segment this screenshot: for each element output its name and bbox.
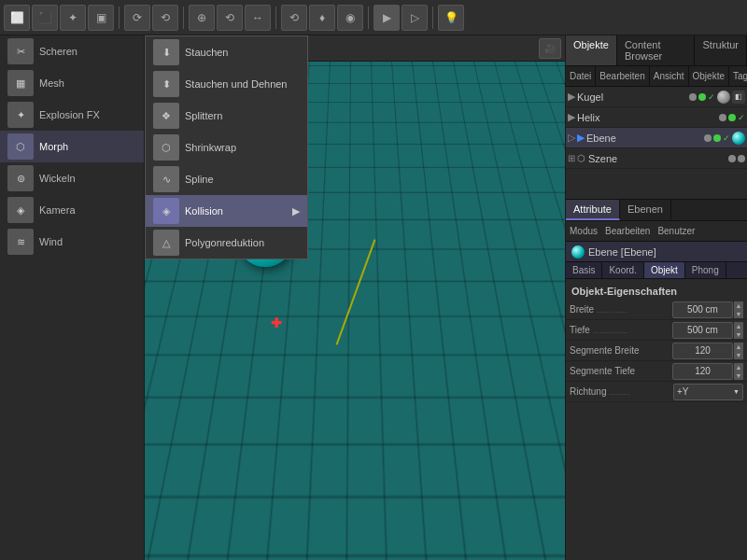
toolbar-btn-4[interactable]: ▣	[88, 5, 114, 31]
prop-arrow-up-tiefe[interactable]: ▲	[734, 322, 743, 330]
richtung-value: +Y	[677, 386, 689, 397]
tab-objekte[interactable]: Objekte	[566, 35, 617, 65]
prop-arrow-up-seg-breite[interactable]: ▲	[734, 343, 743, 351]
sidebar-item-scheren[interactable]: ✂ Scheren	[0, 35, 144, 67]
dd-item-shrinkwrap[interactable]: ⬡ Shrinkwrap	[146, 132, 307, 163]
prop-arrow-up-breite[interactable]: ▲	[734, 301, 743, 310]
prop-row-seg-breite: Segmente Breite 120 ▲ ▼	[566, 341, 747, 361]
sidebar-item-morph[interactable]: ⬡ Morph	[0, 131, 144, 162]
prop-arrow-up-seg-tiefe[interactable]: ▲	[734, 363, 743, 371]
toolbar-btn-light[interactable]: 💡	[438, 5, 464, 31]
attr-modus-btn[interactable]: Modus	[570, 226, 598, 236]
wind-icon: ≋	[7, 229, 34, 255]
sidebar-item-explosion[interactable]: ✦ Explosion FX	[0, 99, 144, 131]
prop-row-tiefe: Tiefe ............... 500 cm ▲ ▼	[566, 320, 747, 341]
szene-name: Szene	[588, 153, 728, 164]
sidebar-item-label-kamera: Kamera	[39, 204, 76, 216]
toolbar-btn-3[interactable]: ✦	[60, 5, 86, 31]
main-toolbar: ⬜ ⬛ ✦ ▣ ⟳ ⟲ ⊕ ⟲ ↔ ⟲ ♦ ◉ ▶ ▷ 💡	[0, 0, 747, 35]
prop-arrow-down-seg-breite[interactable]: ▼	[734, 351, 743, 359]
dropdown-menu: ⬇ Stauchen ⬍ Stauchen und Dehnen ❖ Split…	[145, 35, 308, 259]
attr-bearbeiten-btn[interactable]: Bearbeiten	[605, 226, 650, 236]
prop-input-tiefe[interactable]: 500 cm	[672, 322, 733, 339]
helix-dot2	[728, 114, 736, 121]
szene-dot2	[738, 155, 745, 162]
left-panel: ✂ Scheren ▦ Mesh ✦ Explosion FX ⬡ Morph …	[0, 35, 145, 560]
prop-label-tiefe: Tiefe ...............	[570, 325, 672, 335]
toolbar-btn-render2[interactable]: ▷	[402, 5, 428, 31]
scheren-icon: ✂	[7, 38, 34, 64]
ebene-name: Ebene	[586, 133, 704, 144]
prop-select-richtung[interactable]: +Y ▼	[673, 384, 743, 400]
dd-item-polygonreduktion[interactable]: △ Polygonreduktion	[146, 227, 307, 259]
kugel-icons: ✓ ◧	[689, 91, 745, 104]
obj-header-bearbeiten[interactable]: Bearbeiten	[596, 66, 649, 86]
sub-tab-phong[interactable]: Phong	[685, 262, 726, 278]
sidebar-item-mesh[interactable]: ▦ Mesh	[0, 67, 144, 99]
dd-item-kollision[interactable]: ◈ Kollision ▶	[146, 195, 307, 227]
sidebar-item-wind[interactable]: ≋ Wind	[0, 226, 144, 258]
sub-tab-koord[interactable]: Koord.	[602, 262, 643, 278]
obj-header-objekte[interactable]: Objekte	[689, 66, 729, 86]
sub-tabs: Basis Koord. Objekt Phong	[566, 262, 747, 279]
vp-btn-cam[interactable]: 🎥	[539, 38, 561, 59]
obj-header-tags[interactable]: Tags	[729, 66, 747, 86]
sub-tab-objekt[interactable]: Objekt	[644, 262, 685, 278]
dd-item-label-spline: Spline	[185, 174, 214, 185]
obj-header-datei[interactable]: Datei	[566, 66, 596, 86]
prop-arrows-tiefe: ▲ ▼	[734, 322, 743, 339]
obj-row-ebene[interactable]: ▷ ▶ Ebene ✓	[566, 128, 747, 148]
attr-obj-label: Ebene [Ebene]	[588, 246, 656, 258]
helix-icons: ✓	[719, 113, 745, 122]
sidebar-item-kamera[interactable]: ◈ Kamera	[0, 194, 144, 226]
toolbar-btn-11[interactable]: ♦	[309, 5, 335, 31]
toolbar-btn-render[interactable]: ▶	[374, 5, 400, 31]
toolbar-btn-12[interactable]: ◉	[337, 5, 363, 31]
prop-arrow-down-breite[interactable]: ▼	[734, 310, 743, 318]
szene-expand: ⊞	[568, 153, 575, 163]
kugel-check: ✓	[708, 92, 715, 102]
stauchen-dehnen-icon: ⬍	[153, 71, 179, 97]
toolbar-btn-9[interactable]: ↔	[245, 5, 271, 31]
kollision-icon: ◈	[153, 198, 179, 224]
dd-item-stauchen[interactable]: ⬇ Stauchen	[146, 36, 307, 68]
dd-item-stauchen-dehnen[interactable]: ⬍ Stauchen und Dehnen	[146, 68, 307, 100]
ebene-dot1	[704, 134, 712, 142]
toolbar-btn-2[interactable]: ⬛	[32, 5, 58, 31]
toolbar-btn-5[interactable]: ⟳	[124, 5, 150, 31]
toolbar-btn-1[interactable]: ⬜	[4, 5, 30, 31]
obj-row-kugel[interactable]: ▶ Kugel ✓ ◧	[566, 87, 747, 107]
dd-item-label-splittern: Splittern	[185, 110, 222, 121]
ebene-check: ✓	[723, 133, 730, 143]
polygonreduktion-icon: △	[153, 230, 179, 256]
sub-tab-basis[interactable]: Basis	[566, 262, 602, 278]
prop-arrow-down-tiefe[interactable]: ▼	[734, 330, 743, 339]
tab-attribute[interactable]: Attribute	[566, 200, 620, 220]
splittern-icon: ❖	[153, 103, 179, 129]
toolbar-btn-7[interactable]: ⊕	[189, 5, 215, 31]
ebene-dot2	[713, 134, 721, 142]
obj-header-ansicht[interactable]: Ansicht	[650, 66, 689, 86]
attr-benutzer-btn[interactable]: Benutzer	[657, 226, 695, 236]
toolbar-btn-6[interactable]: ⟲	[152, 5, 178, 31]
sidebar-item-label-mesh: Mesh	[39, 77, 64, 89]
dd-item-label-polygonreduktion: Polygonreduktion	[185, 237, 264, 248]
tab-struktur[interactable]: Struktur	[695, 35, 747, 65]
prop-input-seg-tiefe[interactable]: 120	[672, 363, 733, 380]
right-panel-tabs: Objekte Content Browser Struktur	[566, 35, 747, 66]
kamera-icon: ◈	[7, 197, 34, 223]
toolbar-btn-10[interactable]: ⟲	[281, 5, 307, 31]
tab-content-browser[interactable]: Content Browser	[617, 35, 696, 65]
tab-ebenen[interactable]: Ebenen	[620, 200, 671, 220]
dd-item-spline[interactable]: ∿ Spline	[146, 163, 307, 195]
dd-item-splittern[interactable]: ❖ Splittern	[146, 100, 307, 132]
obj-row-helix[interactable]: ▶ Helix ✓	[566, 107, 747, 128]
toolbar-sep-4	[368, 7, 369, 29]
prop-input-seg-breite[interactable]: 120	[672, 343, 733, 359]
prop-label-breite: Breite .............	[570, 304, 672, 315]
prop-arrow-down-seg-tiefe[interactable]: ▼	[734, 371, 743, 380]
obj-row-szene[interactable]: ⊞ ⬡ Szene	[566, 148, 747, 169]
prop-input-breite[interactable]: 500 cm	[672, 301, 733, 318]
toolbar-btn-8[interactable]: ⟲	[217, 5, 243, 31]
sidebar-item-wickeln[interactable]: ⊚ Wickeln	[0, 162, 144, 194]
